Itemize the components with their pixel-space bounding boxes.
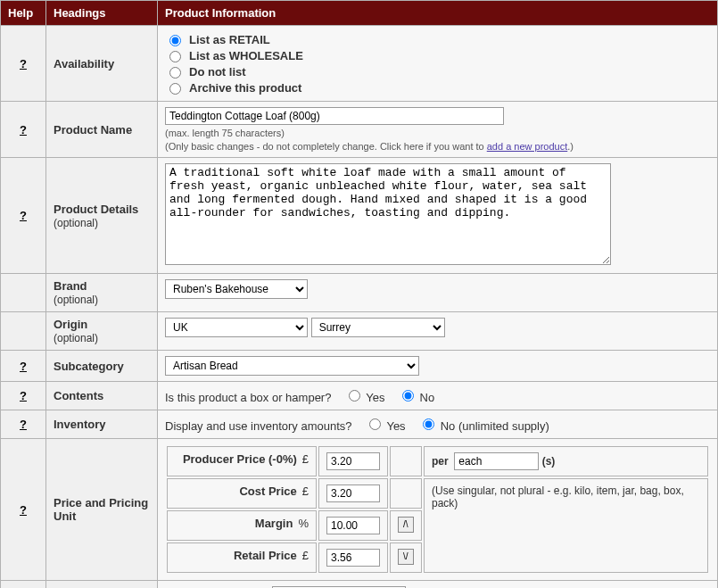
product-name-hint-max: (max. length 75 characters) bbox=[165, 128, 710, 138]
percent-symbol: % bbox=[293, 517, 309, 530]
help-icon[interactable]: ? bbox=[20, 360, 27, 373]
header-headings: Headings bbox=[46, 1, 158, 26]
origin-country-select[interactable]: UK bbox=[165, 318, 308, 337]
help-icon[interactable]: ? bbox=[20, 389, 27, 402]
contents-yes-radio[interactable] bbox=[349, 390, 360, 402]
subcategory-select[interactable]: Artisan Bread bbox=[165, 356, 419, 376]
availability-wholesale-label: List as WHOLESALE bbox=[189, 49, 303, 62]
per-suffix: (s) bbox=[542, 455, 556, 468]
contents-no-label: No bbox=[420, 391, 435, 404]
producer-price-input[interactable] bbox=[326, 452, 380, 470]
availability-donotlist-label: Do not list bbox=[189, 65, 246, 79]
heading-product-name: Product Name bbox=[46, 102, 158, 158]
inventory-yes-radio[interactable] bbox=[369, 418, 381, 430]
product-name-input[interactable] bbox=[165, 107, 504, 125]
product-name-hint-close: .) bbox=[567, 141, 574, 152]
heading-inventory: Inventory bbox=[46, 410, 158, 439]
availability-wholesale-radio[interactable] bbox=[169, 51, 181, 62]
help-icon[interactable]: ? bbox=[20, 209, 27, 222]
heading-availability: Availability bbox=[46, 26, 158, 102]
availability-archive-radio[interactable] bbox=[169, 83, 181, 95]
currency-symbol: £ bbox=[297, 549, 309, 562]
heading-origin: Origin bbox=[54, 318, 87, 331]
heading-product-details: Product Details bbox=[54, 203, 138, 216]
margin-input[interactable] bbox=[326, 517, 380, 534]
product-details-textarea[interactable] bbox=[165, 163, 611, 265]
heading-ordering: Ordering Unit bbox=[46, 581, 158, 589]
retail-price-label: Retail Price bbox=[234, 549, 297, 562]
availability-retail-radio[interactable] bbox=[169, 35, 181, 46]
heading-brand: Brand bbox=[54, 279, 87, 293]
margin-label: Margin bbox=[255, 517, 293, 530]
currency-symbol: £ bbox=[297, 452, 309, 466]
brand-optional: (optional) bbox=[54, 294, 98, 306]
heading-pricing: Price and Pricing Unit bbox=[46, 439, 158, 581]
inventory-no-radio[interactable] bbox=[423, 418, 434, 430]
header-product-info: Product Information bbox=[158, 1, 718, 26]
origin-region-select[interactable]: Surrey bbox=[311, 318, 445, 337]
per-label: per bbox=[432, 455, 449, 468]
availability-archive-label: Archive this product bbox=[189, 81, 301, 95]
inventory-yes-label: Yes bbox=[386, 419, 405, 433]
add-new-product-link[interactable]: add a new product bbox=[487, 141, 568, 152]
header-help: Help bbox=[1, 1, 46, 26]
per-hint: (Use singular, not plural - e.g. kilo, i… bbox=[424, 478, 708, 573]
cost-price-label: Cost Price bbox=[239, 484, 296, 498]
availability-donotlist-radio[interactable] bbox=[169, 67, 181, 79]
currency-symbol: £ bbox=[297, 484, 309, 498]
per-unit-input[interactable] bbox=[454, 452, 539, 470]
help-icon[interactable]: ? bbox=[20, 123, 27, 137]
contents-no-radio[interactable] bbox=[402, 390, 414, 402]
margin-step-down-button[interactable]: \/ bbox=[398, 549, 414, 565]
contents-question: Is this product a box or hamper? bbox=[165, 391, 331, 404]
heading-subcategory: Subcategory bbox=[46, 351, 158, 382]
help-icon[interactable]: ? bbox=[20, 503, 27, 517]
availability-retail-label: List as RETAIL bbox=[189, 33, 270, 46]
producer-price-label: Producer Price (-0%) bbox=[183, 452, 297, 466]
margin-step-up-button[interactable]: /\ bbox=[398, 517, 414, 533]
product-name-hint-basic: (Only basic changes - do not completely … bbox=[165, 141, 487, 152]
contents-yes-label: Yes bbox=[366, 391, 384, 404]
help-icon[interactable]: ? bbox=[20, 57, 27, 70]
heading-contents: Contents bbox=[46, 382, 158, 410]
retail-price-input[interactable] bbox=[326, 549, 380, 567]
inventory-question: Display and use inventory amounts? bbox=[165, 419, 352, 433]
help-icon[interactable]: ? bbox=[20, 418, 27, 431]
product-details-optional: (optional) bbox=[54, 217, 98, 229]
brand-select[interactable]: Ruben's Bakehouse bbox=[165, 279, 308, 299]
inventory-no-label: No (unlimited supply) bbox=[441, 419, 549, 433]
origin-optional: (optional) bbox=[54, 332, 98, 344]
cost-price-input[interactable] bbox=[326, 484, 380, 502]
